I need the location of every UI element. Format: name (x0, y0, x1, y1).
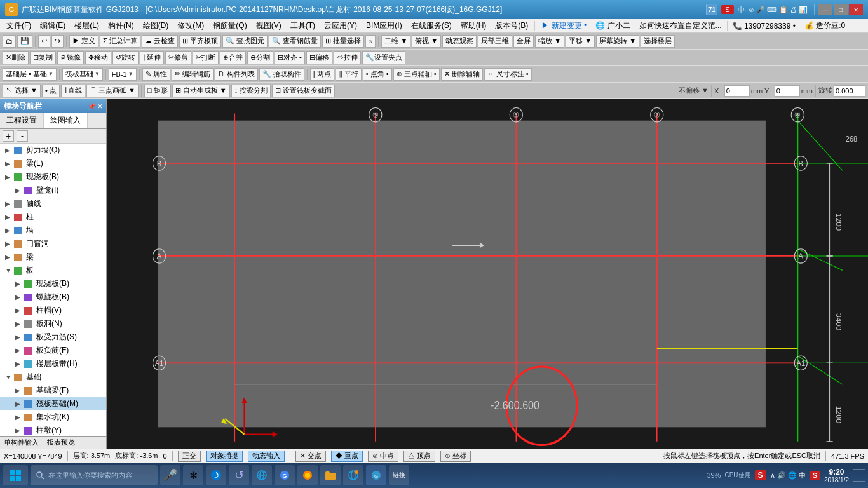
taskbar-app1[interactable]: G (366, 465, 386, 485)
tb-cloud-check[interactable]: ☁ 云检查 (142, 35, 178, 48)
tb-del-axis[interactable]: ✕ 删除辅轴 (441, 68, 483, 81)
minimize-button[interactable]: ─ (818, 4, 832, 15)
tree-item-nrebar[interactable]: ▶板负筋(F) (0, 344, 106, 357)
menu-draw[interactable]: 绘图(D) (139, 19, 173, 32)
tb-point-angle[interactable]: • 点角 • (363, 68, 392, 81)
tree-item-beam[interactable]: ▶梁(L) (0, 157, 106, 170)
y-input[interactable] (775, 85, 800, 97)
tb-clamp[interactable]: 🔧设置夹点 (362, 51, 405, 64)
rotate-input[interactable] (834, 85, 865, 97)
tree-item-door[interactable]: ▶门窗洞 (0, 237, 106, 250)
tree-item-wall2[interactable]: ▶墙 (0, 224, 106, 237)
tb-view-rebar[interactable]: 🔍 查看钢筋量 (269, 35, 321, 48)
tb-trim[interactable]: ✂修剪 (165, 51, 191, 64)
tb-align[interactable]: ⊟对齐 • (275, 51, 305, 64)
tb-properties[interactable]: ✎ 属性 (142, 68, 170, 81)
tb-new[interactable]: 🗂 (3, 35, 16, 48)
tb-parallel[interactable]: ‖ 平行 (336, 68, 362, 81)
tree-item-col[interactable]: ▶柱 (0, 210, 106, 224)
add-button[interactable]: + (3, 130, 14, 142)
tree-item-niche[interactable]: ▶壁龛(I) (0, 184, 106, 197)
tb-dynamic[interactable]: 动态观察 (442, 35, 477, 48)
panel-pin[interactable]: 📌 (88, 103, 95, 110)
menu-cloud[interactable]: 云应用(Y) (320, 19, 361, 32)
taskbar-ie[interactable] (252, 465, 272, 485)
menu-help[interactable]: 帮助(H) (457, 19, 491, 32)
tb-define[interactable]: ▶ 定义 (69, 35, 98, 48)
tb-three-axis[interactable]: ⊕ 三点辅轴 • (393, 68, 440, 81)
menu-modify[interactable]: 修改(M) (173, 19, 208, 32)
btn-intersection[interactable]: ✕ 交点 (295, 451, 326, 462)
menu-phone[interactable]: 📞 13907298339 • (729, 20, 799, 32)
tb-dim[interactable]: ↔ 尺寸标注 • (484, 68, 532, 81)
desktop-button[interactable] (853, 469, 865, 482)
tb-redo[interactable]: ↪ (51, 35, 64, 48)
tb-comp-list[interactable]: 🗋 构件列表 (215, 68, 258, 81)
taskbar-browser2[interactable] (297, 465, 318, 485)
tb-type-dropdown[interactable]: 筏板基础 (62, 68, 103, 81)
taskbar-edge[interactable] (206, 465, 226, 485)
taskbar-refresh[interactable]: ↺ (229, 465, 249, 485)
btn-dynamic-input[interactable]: 动态输入 (248, 451, 285, 462)
tb-pick[interactable]: 🔧 拾取构件 (259, 68, 304, 81)
tree-item-axis[interactable]: ▶轴线 (0, 197, 106, 210)
tb-rotate-el[interactable]: ↺旋转 (112, 51, 139, 64)
menu-coins[interactable]: 💰 造价豆:0 (801, 19, 849, 32)
close-button[interactable]: ✕ (849, 4, 863, 15)
tree-item-colcap[interactable]: ▶柱帽(V) (0, 304, 106, 317)
tb-rotate[interactable]: 屏幕旋转 ▼ (596, 35, 639, 48)
tb-local3d[interactable]: 局部三维 (478, 35, 512, 48)
tb-split-by-beam[interactable]: ↕ 按梁分割 (231, 85, 271, 97)
btn-center[interactable]: ⊙ 中点 (368, 451, 398, 462)
menu-quick[interactable]: 如何快速布置自定义范... (635, 19, 726, 32)
taskbar-link[interactable]: 链接 (389, 465, 409, 485)
btn-vertex[interactable]: △ 顶点 (403, 451, 435, 462)
tb-floor-select[interactable]: 选择楼层 (641, 35, 675, 48)
tb-split[interactable]: ⊖分割 (247, 51, 273, 64)
btn-orthogonal[interactable]: 正交 (178, 451, 201, 462)
tab-report[interactable]: 报表预览 (43, 437, 79, 449)
menu-gxe[interactable]: 🌐 广小二 (592, 19, 634, 32)
tb-find[interactable]: 🔍 查找图元 (222, 35, 268, 48)
tb-offset[interactable]: ⊟偏移 (306, 51, 332, 64)
tree-item-pit[interactable]: ▶集水坑(K) (0, 410, 106, 424)
menu-online[interactable]: 在线服务(S) (407, 19, 456, 32)
tree-item-hole[interactable]: ▶板洞(N) (0, 317, 106, 330)
tb-extend[interactable]: ‖延伸 (140, 51, 164, 64)
tab-project-settings[interactable]: 工程设置 (0, 113, 44, 128)
x-input[interactable] (724, 85, 750, 97)
tb-calc[interactable]: Σ 汇总计算 (100, 35, 140, 48)
btn-midpoint[interactable]: ◆ 重点 (331, 451, 363, 462)
tab-draw-input[interactable]: 绘图输入 (44, 113, 88, 128)
tb-merge[interactable]: ⊕合并 (220, 51, 246, 64)
tb-copy[interactable]: ⊡复制 (30, 51, 56, 64)
canvas-area[interactable]: B A A1 ⑤ ⑥ ⑦ ⑧ B A A1 1200 (107, 99, 868, 449)
tree-item-wall[interactable]: ▶剪力墙(Q) (0, 144, 106, 157)
taskbar-widget[interactable]: ❄ (183, 465, 203, 485)
menu-floor[interactable]: 楼层(L) (71, 19, 103, 32)
tree-item-raft[interactable]: ▶筏板基础(M) (0, 397, 106, 410)
tree-item-fl[interactable]: ▶基础梁(F) (0, 384, 106, 397)
tree-item-beam2[interactable]: ▶梁 (0, 250, 106, 264)
tb-2d[interactable]: 二维 ▼ (381, 35, 410, 48)
tb-batch-select[interactable]: ⊞ 批量选择 (322, 35, 364, 48)
tree-item-found[interactable]: ▼基础 (0, 370, 106, 384)
menu-bim[interactable]: BIM应用(I) (362, 19, 406, 32)
tb-save[interactable]: 💾 (17, 35, 32, 48)
tb-line[interactable]: ∣ 直线 (61, 85, 85, 97)
remove-button[interactable]: - (17, 130, 28, 142)
tb-delete[interactable]: ✕删除 (3, 51, 29, 64)
tb-auto-slab[interactable]: ⊞ 自动生成板 ▼ (172, 85, 230, 97)
taskbar-ie2[interactable] (343, 465, 363, 485)
menu-edit[interactable]: 编辑(E) (36, 19, 69, 32)
menu-version[interactable]: 版本号(B) (491, 19, 532, 32)
tb-mirror[interactable]: ⚞镜像 (57, 51, 84, 64)
tb-more[interactable]: » (365, 35, 376, 48)
maximize-button[interactable]: □ (834, 4, 848, 15)
taskbar-mic[interactable]: 🎤 (160, 465, 180, 485)
tree-item-band[interactable]: ▶楼层板带(H) (0, 357, 106, 370)
tb-arc[interactable]: ⌒ 三点画弧 ▼ (86, 85, 139, 97)
menu-component[interactable]: 构件(N) (104, 19, 138, 32)
tree-item-rebar[interactable]: ▶板受力筋(S) (0, 330, 106, 344)
btn-coordinate[interactable]: ⊕ 坐标 (440, 451, 471, 462)
